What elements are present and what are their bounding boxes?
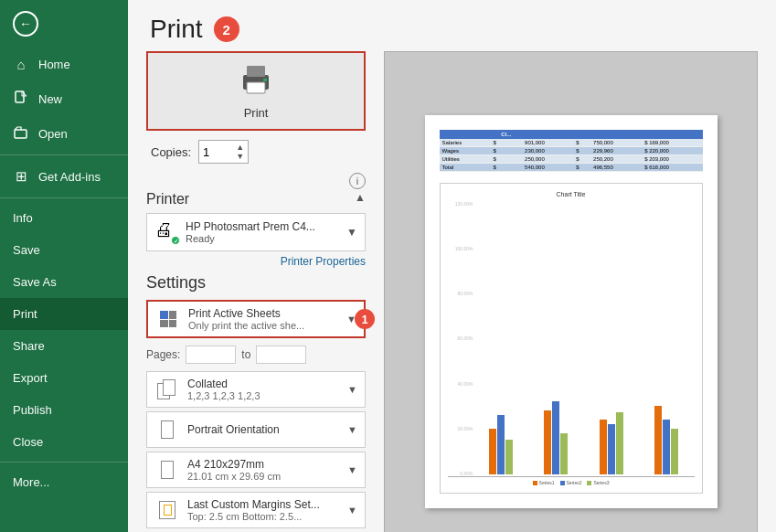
margins-icon (154, 497, 180, 523)
sidebar-item-home[interactable]: ⌂ Home (0, 48, 128, 81)
divider (0, 197, 128, 198)
ready-indicator (171, 236, 180, 245)
copies-spinner[interactable]: ▲ ▼ (236, 143, 244, 161)
divider (0, 462, 128, 463)
divider (0, 154, 128, 155)
page-title: Print (150, 15, 203, 44)
sidebar-item-get-add-ins[interactable]: ⊞ Get Add-ins (0, 159, 128, 194)
svg-rect-5 (263, 79, 267, 81)
printer-properties-link[interactable]: Printer Properties (146, 255, 366, 268)
sidebar-item-share[interactable]: Share (0, 330, 128, 362)
paper-size-sub: 21.01 cm x 29.69 cm (187, 471, 347, 482)
printer-name: HP Photosmart Prem C4... (186, 220, 341, 233)
chart-group-apr (489, 415, 513, 474)
print-sheets-setting[interactable]: Print Active Sheets Only print the activ… (146, 300, 366, 338)
print-sheets-sub: Only print the active she... (188, 320, 346, 331)
home-icon: ⌂ (13, 57, 29, 72)
orientation-icon (154, 417, 180, 442)
copies-label: Copies: (151, 145, 191, 159)
printer-icon (238, 62, 274, 102)
sidebar-item-label: Info (13, 211, 33, 225)
sidebar-item-label: Print (13, 307, 37, 321)
sidebar-item-open[interactable]: Open (0, 117, 128, 151)
svg-rect-1 (15, 130, 27, 138)
sidebar-item-more[interactable]: More... (0, 466, 128, 498)
chart-bars-area: 120.00% 100.00% 80.00% 60.00% 40.00% 20.… (448, 201, 695, 477)
sidebar-item-new[interactable]: New (0, 81, 128, 117)
sidebar-item-label: Share (13, 339, 45, 353)
print-area: Print Copies: 1 ▲ ▼ i ▲ Prin (128, 51, 776, 532)
preview-chart: Chart Title 120.00% 100.00% 80.00% 60.00… (440, 183, 703, 494)
sidebar-item-label: Open (38, 127, 68, 141)
collated-setting[interactable]: Collated 1,2,3 1,2,3 1,2,3 ▼ (146, 371, 366, 408)
svg-rect-4 (247, 82, 265, 93)
sidebar-item-save[interactable]: Save (0, 234, 128, 266)
copies-value[interactable]: 1 (203, 145, 209, 159)
orientation-dropdown-arrow[interactable]: ▼ (347, 424, 357, 435)
sidebar-item-label: Home (38, 58, 70, 71)
preview-table: Cl... Salaries$901,000$750,000$ 169,000 … (440, 130, 703, 172)
open-icon (13, 126, 29, 142)
pages-row: Pages: to (146, 342, 366, 367)
printer-header: Printer (146, 191, 366, 207)
collated-icon (154, 377, 180, 402)
preview-panel: Cl... Salaries$901,000$750,000$ 169,000 … (384, 51, 758, 532)
sidebar-item-label: Save As (13, 275, 57, 289)
main-content: Print 2 Print Copies: (128, 0, 776, 532)
pages-from-input[interactable] (186, 346, 236, 364)
page-title-row: Print 2 (128, 0, 776, 51)
chart-group-may (544, 401, 568, 474)
orientation-text: Portrait Orientation (187, 423, 347, 436)
pages-to-input[interactable] (256, 346, 306, 364)
sidebar-item-label: Save (13, 243, 40, 257)
sidebar: ← ⌂ Home New Open ⊞ Get Add-ins Info Sav… (0, 0, 128, 532)
orientation-main: Portrait Orientation (187, 423, 347, 436)
left-panel: Print Copies: 1 ▲ ▼ i ▲ Prin (146, 51, 366, 532)
print-label: Print (244, 106, 269, 120)
sidebar-item-label: New (38, 92, 62, 106)
sidebar-item-save-as[interactable]: Save As (0, 266, 128, 298)
sidebar-item-label: More... (13, 475, 49, 489)
sidebar-item-label: Get Add-ins (38, 170, 101, 184)
print-sheets-main: Print Active Sheets (188, 307, 346, 320)
sidebar-item-print[interactable]: Print (0, 298, 128, 330)
orientation-setting[interactable]: Portrait Orientation ▼ (146, 411, 366, 448)
margins-dropdown-arrow[interactable]: ▼ (347, 505, 357, 516)
printer-row[interactable]: 🖨 HP Photosmart Prem C4... Ready ▼ (146, 213, 366, 251)
collated-sub: 1,2,3 1,2,3 1,2,3 (187, 390, 347, 401)
step-badge-2: 2 (214, 16, 239, 42)
sidebar-item-label: Publish (13, 403, 52, 417)
copies-row: Copies: 1 ▲ ▼ (151, 140, 366, 164)
print-button[interactable]: Print (146, 51, 366, 131)
sidebar-item-close[interactable]: Close (0, 426, 128, 458)
chart-title: Chart Title (448, 191, 695, 197)
paper-size-setting[interactable]: A4 210x297mm 21.01 cm x 29.69 cm ▼ (146, 452, 366, 488)
paper-dropdown-arrow[interactable]: ▼ (347, 464, 357, 475)
chart-group-jul (654, 406, 678, 474)
printer-device-icon: 🖨 (154, 219, 180, 245)
collated-main: Collated (187, 378, 347, 390)
back-icon: ← (13, 11, 38, 37)
margins-sub: Top: 2.5 cm Bottom: 2.5... (187, 511, 347, 522)
settings-header: Settings (146, 273, 366, 293)
info-icon[interactable]: i (349, 173, 366, 189)
collated-dropdown-arrow[interactable]: ▼ (347, 384, 357, 395)
pages-to-label: to (241, 348, 250, 361)
printer-dropdown-arrow[interactable]: ▼ (346, 226, 357, 239)
sidebar-item-label: Export (13, 371, 48, 385)
scroll-up-arrow[interactable]: ▲ (355, 191, 366, 204)
paper-size-text: A4 210x297mm 21.01 cm x 29.69 cm (187, 458, 347, 482)
printer-status: Ready (186, 233, 341, 244)
preview-page: Cl... Salaries$901,000$750,000$ 169,000 … (425, 115, 718, 508)
step-badge-1: 1 (355, 309, 375, 329)
sidebar-item-info[interactable]: Info (0, 202, 128, 234)
new-icon (13, 90, 29, 108)
margins-setting[interactable]: Last Custom Margins Set... Top: 2.5 cm B… (146, 492, 366, 528)
sidebar-item-export[interactable]: Export (0, 362, 128, 394)
sidebar-item-publish[interactable]: Publish (0, 394, 128, 426)
back-button[interactable]: ← (0, 0, 128, 48)
sidebar-item-label: Close (13, 435, 43, 449)
paper-size-main: A4 210x297mm (187, 458, 347, 471)
svg-rect-0 (16, 91, 24, 102)
pages-label: Pages: (146, 348, 180, 361)
